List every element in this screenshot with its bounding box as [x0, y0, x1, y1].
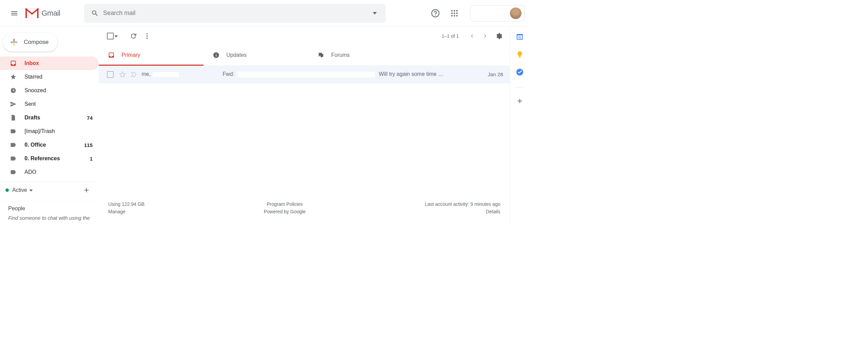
- svg-point-13: [146, 35, 148, 37]
- more-button[interactable]: [140, 29, 154, 43]
- sidebar-item-label: Inbox: [25, 60, 93, 66]
- settings-button[interactable]: [492, 29, 506, 43]
- svg-point-1: [432, 10, 439, 17]
- gear-icon: [495, 32, 503, 40]
- select-menu-caret[interactable]: [114, 33, 118, 39]
- side-panel: 31: [510, 27, 529, 225]
- svg-point-10: [456, 15, 457, 16]
- star-icon: [119, 71, 126, 78]
- sidebar-item-drafts[interactable]: Drafts74: [0, 111, 99, 125]
- svg-point-14: [146, 38, 148, 39]
- tab-icon: [318, 52, 324, 59]
- refresh-button[interactable]: [127, 29, 140, 43]
- header: Gmail: [0, 0, 529, 27]
- program-policies-link[interactable]: Program Policies: [267, 201, 303, 207]
- hangouts-status-row[interactable]: Active: [0, 182, 99, 198]
- importance-marker[interactable]: [130, 70, 138, 79]
- new-chat-button[interactable]: [80, 183, 93, 197]
- sidebar-item-label: 0. Office: [25, 142, 84, 148]
- label-icon: [10, 128, 17, 135]
- storage-usage: Using 122.94 GB: [108, 201, 145, 207]
- mail-toolbar: 1–1 of 1: [99, 27, 510, 46]
- hamburger-icon: [10, 9, 18, 17]
- presence-dot-icon: [5, 188, 9, 192]
- manage-storage-link[interactable]: Manage: [108, 209, 145, 214]
- older-button[interactable]: [479, 29, 492, 43]
- sidebar-item-0-office[interactable]: 0. Office115: [0, 138, 99, 152]
- row-checkbox[interactable]: [107, 71, 114, 78]
- search-bar: [84, 4, 386, 23]
- get-addons-button[interactable]: [516, 97, 524, 105]
- label-icon: [10, 168, 17, 176]
- sidebar-item-0-references[interactable]: 0. References1: [0, 152, 99, 165]
- label-icon: [10, 141, 17, 149]
- sidebar-item-label: Snoozed: [25, 87, 93, 94]
- account-switcher[interactable]: [470, 5, 525, 21]
- tasks-icon: [516, 68, 524, 76]
- sidebar-item-label: Sent: [25, 101, 93, 107]
- search-input[interactable]: [103, 10, 367, 17]
- svg-rect-21: [519, 56, 521, 57]
- sidebar-item-ado[interactable]: ADO: [0, 165, 99, 179]
- gmail-logo-icon: [25, 8, 39, 18]
- tab-label: Updates: [226, 52, 247, 58]
- tab-forums[interactable]: Forums: [308, 46, 413, 66]
- star-button[interactable]: [118, 70, 127, 79]
- svg-point-9: [454, 15, 455, 16]
- support-button[interactable]: [427, 5, 444, 21]
- status-caret: [29, 187, 33, 193]
- svg-rect-17: [216, 53, 216, 54]
- svg-point-7: [456, 12, 457, 14]
- left-sidebar: Compose InboxStarredSnoozedSentDrafts74[…: [0, 27, 99, 225]
- tasks-addon[interactable]: [516, 68, 524, 76]
- label-icon: [10, 155, 17, 162]
- search-options-button[interactable]: [367, 5, 383, 21]
- svg-rect-16: [216, 54, 216, 56]
- mail-row[interactable]: me, Fwd:Will try again some time …Jan 28: [99, 66, 510, 83]
- newer-button[interactable]: [465, 29, 479, 43]
- compose-label: Compose: [24, 39, 49, 46]
- mail-snippet: Will try again some time …: [379, 71, 444, 78]
- sidepanel-separator: [516, 87, 524, 87]
- svg-point-12: [146, 33, 148, 35]
- mail-date: Jan 28: [481, 71, 503, 77]
- svg-text:31: 31: [518, 36, 521, 39]
- sidebar-item-inbox[interactable]: Inbox: [0, 56, 99, 70]
- svg-point-8: [451, 15, 452, 16]
- search-icon[interactable]: [87, 5, 103, 21]
- gmail-logo[interactable]: Gmail: [25, 8, 60, 18]
- help-icon: [431, 9, 440, 18]
- sidebar-item-snoozed[interactable]: Snoozed: [0, 84, 99, 97]
- sidebar-item-label: Starred: [25, 74, 93, 80]
- main-menu-button[interactable]: [6, 5, 22, 21]
- tab-updates[interactable]: Updates: [204, 46, 308, 66]
- keep-icon: [516, 51, 524, 58]
- sidebar-item-count: 74: [87, 115, 93, 121]
- sidebar-item-label: [Imap]/Trash: [25, 128, 93, 134]
- sidebar-item-sent[interactable]: Sent: [0, 97, 99, 111]
- calendar-icon: 31: [516, 33, 524, 41]
- sidebar-item-count: 1: [90, 156, 93, 162]
- send-icon: [10, 100, 17, 108]
- tab-primary[interactable]: Primary: [99, 46, 204, 66]
- sidebar-item--imap-trash[interactable]: [Imap]/Trash: [0, 125, 99, 138]
- svg-point-6: [454, 12, 455, 14]
- sidebar-item-label: 0. References: [25, 155, 90, 162]
- caret-down-icon: [373, 11, 377, 15]
- sidebar-item-starred[interactable]: Starred: [0, 70, 99, 84]
- compose-button[interactable]: Compose: [3, 33, 58, 52]
- google-apps-button[interactable]: [446, 5, 463, 21]
- activity-details-link[interactable]: Details: [486, 209, 500, 214]
- people-title: People: [8, 205, 91, 212]
- status-label: Active: [12, 187, 27, 193]
- file-icon: [10, 114, 17, 121]
- gmail-logo-text: Gmail: [42, 9, 60, 18]
- select-all-checkbox[interactable]: [107, 33, 114, 39]
- caret-down-icon: [29, 189, 33, 192]
- keep-addon[interactable]: [516, 50, 524, 59]
- tab-label: Forums: [331, 52, 350, 58]
- sidebar-item-count: 115: [84, 142, 93, 148]
- people-section: People Find someone to chat with using t…: [0, 201, 99, 221]
- calendar-addon[interactable]: 31: [516, 33, 524, 41]
- tab-icon: [108, 52, 115, 59]
